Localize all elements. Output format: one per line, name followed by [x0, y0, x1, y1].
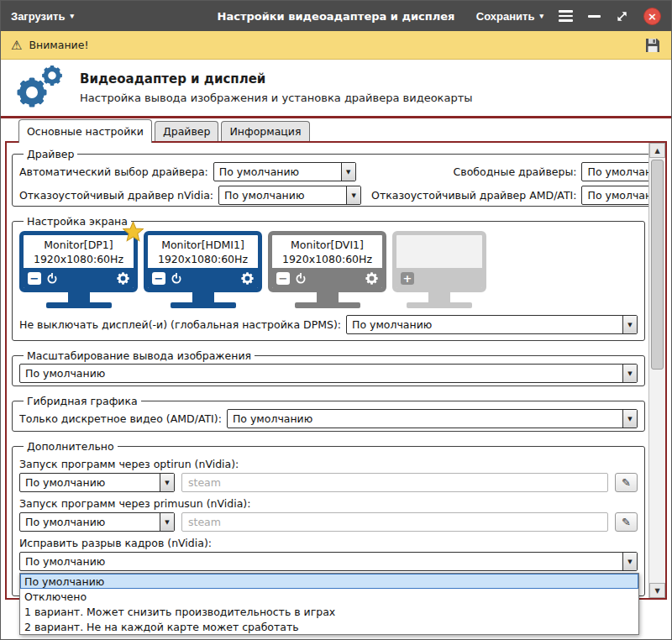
dropdown-option-variant1[interactable]: 1 вариант. Может снизить производительно…	[20, 604, 638, 619]
optirun-select[interactable]: По умолчанию ▼	[19, 473, 175, 492]
monitor-list: Monitor[DP1] 1920x1080:60Hz −	[19, 231, 638, 308]
save-file-icon[interactable]	[644, 37, 661, 54]
page-header: Видеоадаптер и дисплей Настройка вывода …	[1, 60, 671, 118]
chevron-down-icon: ▼	[346, 186, 360, 204]
monitor-name	[396, 235, 482, 253]
tearing-row: По умолчанию ▼	[19, 552, 638, 571]
scaling-group: Масштабирование вывода изображения По ум…	[12, 349, 645, 386]
auto-driver-value: По умолчанию	[214, 163, 341, 181]
auto-driver-select[interactable]: По умолчанию ▼	[213, 162, 356, 181]
free-drivers-label: Свободные драйверы:	[454, 165, 577, 178]
discrete-row: Только дискретное видео (AMD/ATI): По ум…	[19, 409, 638, 428]
maximize-icon[interactable]	[616, 10, 628, 23]
disable-monitor-button[interactable]: −	[28, 272, 41, 285]
power-icon[interactable]	[171, 272, 182, 284]
dpms-label: Не выключать дисплей(-и) (глобальная нас…	[19, 318, 341, 331]
tab-driver[interactable]: Драйвер	[155, 121, 218, 141]
failsafe-nvidia-label: Отказоустойчивый драйвер nVidia:	[19, 189, 213, 202]
auto-driver-label: Автоматический выбор драйвера:	[19, 165, 208, 178]
failsafe-amd-label: Отказоустойчивый драйвер AMD/ATI:	[371, 189, 576, 202]
monitor-toolbar: −	[24, 268, 134, 288]
primusrun-edit-icon[interactable]: ✎	[615, 512, 638, 532]
scroll-down-button[interactable]: ▼	[649, 583, 665, 598]
close-button[interactable]: ×	[643, 8, 661, 25]
monitor-screen: Monitor[DVI1] 1920x1080:60Hz −	[268, 231, 386, 292]
tab-information[interactable]: Информация	[221, 121, 309, 141]
additional-group-legend: Дополнительно	[24, 440, 118, 453]
monitor-settings-gear-icon[interactable]	[117, 272, 129, 285]
dropdown-option-variant2[interactable]: 2 вариант. Не на каждой карте может сраб…	[20, 619, 638, 634]
disable-monitor-button[interactable]: −	[276, 272, 290, 285]
minimize-button[interactable]	[588, 15, 601, 18]
menu-icon[interactable]	[559, 10, 573, 22]
chevron-down-icon: ▼	[160, 513, 174, 531]
primusrun-value: По умолчанию	[20, 513, 160, 531]
power-icon[interactable]	[295, 272, 307, 284]
primusrun-command-input[interactable]	[181, 512, 608, 532]
monitor-card-hdmi1[interactable]: Monitor[HDMI1] 1920x1080:60Hz −	[144, 231, 262, 308]
scrollbar-thumb[interactable]	[651, 160, 664, 370]
failsafe-nvidia-select[interactable]: По умолчанию ▼	[218, 186, 361, 205]
monitor-resolution: 1920x1080:60Hz	[272, 253, 382, 268]
monitor-base	[46, 302, 112, 308]
monitor-resolution: 1920x1080:60Hz	[24, 253, 134, 268]
discrete-label: Только дискретное видео (AMD/ATI):	[19, 412, 222, 425]
chevron-down-icon: ▼	[160, 474, 174, 491]
tearing-select[interactable]: По умолчанию ▼	[19, 552, 638, 571]
tearing-value: По умолчанию	[20, 553, 622, 570]
dpms-select[interactable]: По умолчанию ▼	[346, 315, 638, 334]
discrete-select[interactable]: По умолчанию ▼	[227, 409, 638, 428]
monitor-settings-gear-icon[interactable]	[365, 272, 378, 285]
titlebar: Настройки видеоадаптера и дисплея Загруз…	[1, 1, 671, 31]
screen-group-legend: Настройка экрана	[24, 215, 131, 228]
free-drivers-select[interactable]: По умолчанию ▼	[581, 162, 648, 181]
disable-monitor-button[interactable]: −	[152, 272, 165, 285]
scaling-select[interactable]: По умолчанию ▼	[19, 364, 638, 383]
scaling-row: По умолчанию ▼	[19, 364, 638, 383]
warning-icon: ⚠	[11, 38, 22, 53]
monitor-card-dp1[interactable]: Monitor[DP1] 1920x1080:60Hz −	[19, 231, 138, 308]
monitor-screen: Monitor[DP1] 1920x1080:60Hz −	[19, 231, 138, 292]
power-icon[interactable]	[46, 272, 58, 284]
monitor-card-empty[interactable]: +	[392, 231, 486, 308]
monitor-settings-gear-icon[interactable]	[241, 272, 254, 285]
tab-main-settings[interactable]: Основные настройки	[18, 119, 152, 143]
chevron-down-icon: ▼	[622, 410, 637, 428]
save-button-label: Сохранить	[476, 10, 535, 23]
failsafe-amd-select[interactable]: По умолчанию ▼	[581, 186, 648, 205]
scaling-value: По умолчанию	[20, 365, 622, 382]
chevron-down-icon: ▼	[622, 316, 637, 333]
chevron-down-icon: ▼	[622, 365, 637, 382]
monitor-screen: +	[392, 231, 486, 292]
dropdown-option-default[interactable]: По умолчанию	[20, 574, 638, 589]
page-subtitle: Настройка вывода изображения и установка…	[80, 92, 473, 104]
monitor-card-dvi1[interactable]: Monitor[DVI1] 1920x1080:60Hz −	[268, 231, 386, 308]
screen-group: Настройка экрана Monitor[DP1] 1920x1080:…	[12, 215, 645, 341]
monitor-toolbar: −	[272, 268, 382, 288]
scrollbar-track[interactable]	[649, 158, 665, 583]
failsafe-amd-value: По умолчанию	[582, 186, 648, 204]
load-button[interactable]: Загрузить ▾	[11, 10, 74, 23]
scroll-up-button[interactable]: ▲	[649, 143, 665, 158]
load-button-label: Загрузить	[11, 10, 65, 23]
monitor-stand	[428, 292, 450, 302]
app-window: Настройки видеоадаптера и дисплея Загруз…	[0, 0, 672, 640]
failsafe-nvidia-value: По умолчанию	[219, 186, 346, 204]
monitor-toolbar: +	[396, 268, 482, 288]
driver-group: Драйвер Автоматический выбор драйвера: П…	[12, 148, 648, 207]
settings-panel: Драйвер Автоматический выбор драйвера: П…	[5, 141, 667, 600]
free-drivers-value: По умолчанию	[582, 163, 648, 181]
optirun-command-input[interactable]	[181, 473, 608, 492]
warning-text: Внимание!	[29, 39, 88, 51]
hybrid-group-legend: Гибридная графика	[24, 395, 141, 407]
scroll-content: Драйвер Автоматический выбор драйвера: П…	[7, 143, 648, 598]
monitor-name: Monitor[DP1]	[24, 235, 134, 253]
primusrun-select[interactable]: По умолчанию ▼	[19, 512, 175, 532]
save-button[interactable]: Сохранить ▾	[476, 10, 543, 23]
driver-group-legend: Драйвер	[24, 148, 77, 160]
dropdown-option-disabled[interactable]: Отключено	[20, 589, 638, 604]
optirun-edit-icon[interactable]: ✎	[615, 473, 638, 492]
monitor-stand	[68, 292, 90, 302]
add-monitor-button[interactable]: +	[401, 272, 414, 285]
optirun-row: По умолчанию ▼ ✎	[19, 473, 638, 492]
